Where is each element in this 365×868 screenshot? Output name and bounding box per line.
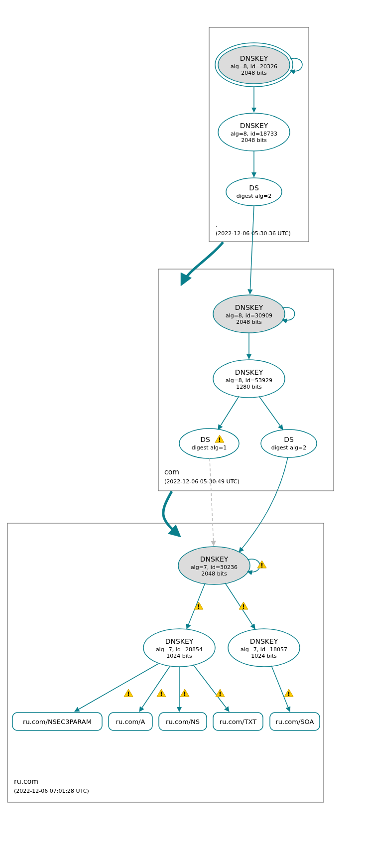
edge-ru-ksk-zsk1 xyxy=(187,583,205,629)
edge-zsk1-txt xyxy=(193,665,229,712)
svg-text:digest alg=2: digest alg=2 xyxy=(271,444,306,451)
node-ru-zsk2: DNSKEY alg=7, id=18057 1024 bits xyxy=(228,629,300,667)
svg-text:2048 bits: 2048 bits xyxy=(236,319,262,325)
zone-com-timestamp: (2022-12-06 05:30:49 UTC) xyxy=(164,478,240,485)
node-root-ksk: DNSKEY alg=8, id=20326 2048 bits xyxy=(215,43,293,87)
edge-com-ds2-ru-ksk xyxy=(239,457,288,552)
svg-text:alg=8, id=18733: alg=8, id=18733 xyxy=(231,131,277,137)
svg-text:DNSKEY: DNSKEY xyxy=(200,555,229,563)
warning-icon: ! xyxy=(180,689,189,698)
warning-icon: ! xyxy=(157,689,166,698)
rrset-a: ru.com/A xyxy=(109,713,152,730)
rrset-txt: ru.com/TXT xyxy=(213,713,263,730)
edge-root-ds-com-ksk xyxy=(250,206,254,294)
rrset-soa: ru.com/SOA xyxy=(270,713,320,730)
svg-point-26 xyxy=(261,430,317,457)
zone-com: com (2022-12-06 05:30:49 UTC) DNSKEY alg… xyxy=(158,206,334,491)
svg-text:alg=8, id=53929: alg=8, id=53929 xyxy=(226,377,272,384)
svg-text:2048 bits: 2048 bits xyxy=(201,571,227,577)
svg-text:!: ! xyxy=(218,436,221,443)
rrset-ns: ru.com/NS xyxy=(159,713,207,730)
edge-com-zsk-ds2 xyxy=(259,396,283,430)
svg-text:!: ! xyxy=(219,690,222,698)
svg-text:digest alg=1: digest alg=1 xyxy=(192,444,227,451)
node-ru-ksk: DNSKEY alg=7, id=30236 2048 bits xyxy=(178,547,250,584)
node-com-ksk: DNSKEY alg=8, id=30909 2048 bits xyxy=(213,295,285,333)
edge-zone-com-rucom xyxy=(163,491,179,536)
zone-rucom: ru.com (2022-12-06 07:01:28 UTC) DNSKEY … xyxy=(7,457,324,802)
svg-text:!: ! xyxy=(287,690,290,698)
svg-text:DNSKEY: DNSKEY xyxy=(165,637,194,645)
zone-rucom-timestamp: (2022-12-06 07:01:28 UTC) xyxy=(14,788,89,794)
svg-text:1024 bits: 1024 bits xyxy=(251,653,277,659)
svg-text:!: ! xyxy=(260,562,263,569)
svg-text:2048 bits: 2048 bits xyxy=(241,137,267,144)
node-com-zsk: DNSKEY alg=8, id=53929 1280 bits xyxy=(213,360,285,398)
svg-text:alg=8, id=30909: alg=8, id=30909 xyxy=(226,312,272,319)
svg-text:ru.com/SOA: ru.com/SOA xyxy=(275,718,314,725)
zone-root: . (2022-12-06 05:30:36 UTC) DNSKEY alg=8… xyxy=(209,27,309,242)
svg-text:ru.com/TXT: ru.com/TXT xyxy=(220,718,256,725)
svg-text:DNSKEY: DNSKEY xyxy=(240,122,268,130)
warning-icon: ! xyxy=(124,689,133,698)
svg-text:1280 bits: 1280 bits xyxy=(236,384,262,390)
svg-text:digest alg=2: digest alg=2 xyxy=(237,193,271,199)
svg-text:!: ! xyxy=(242,603,245,610)
edge-zsk1-a xyxy=(139,666,170,712)
warning-icon: ! xyxy=(284,689,293,698)
rrset-nsec3param: ru.com/NSEC3PARAM xyxy=(12,713,102,730)
node-com-ds2: DS digest alg=2 xyxy=(261,430,317,457)
node-root-ds: DS digest alg=2 xyxy=(226,178,282,206)
svg-text:ru.com/NS: ru.com/NS xyxy=(166,718,200,725)
svg-text:2048 bits: 2048 bits xyxy=(241,70,267,76)
svg-text:alg=7, id=28854: alg=7, id=28854 xyxy=(156,646,203,653)
node-ru-zsk1: DNSKEY alg=7, id=28854 1024 bits xyxy=(143,629,215,667)
svg-text:DS: DS xyxy=(284,435,294,443)
edge-com-zsk-ds1 xyxy=(218,396,239,430)
svg-text:DNSKEY: DNSKEY xyxy=(250,637,278,645)
svg-text:alg=7, id=30236: alg=7, id=30236 xyxy=(191,564,238,571)
svg-text:!: ! xyxy=(183,690,186,698)
svg-text:alg=7, id=18057: alg=7, id=18057 xyxy=(241,646,287,653)
edge-com-ds1-ru-ksk xyxy=(210,458,214,546)
zone-com-label: com xyxy=(164,468,179,476)
svg-text:ru.com/NSEC3PARAM: ru.com/NSEC3PARAM xyxy=(23,718,92,725)
svg-point-22 xyxy=(179,429,239,458)
svg-text:ru.com/A: ru.com/A xyxy=(116,718,145,725)
svg-text:!: ! xyxy=(160,690,163,698)
svg-text:DNSKEY: DNSKEY xyxy=(235,303,263,311)
zone-rucom-label: ru.com xyxy=(14,777,38,785)
svg-text:!: ! xyxy=(197,603,200,610)
svg-text:DNSKEY: DNSKEY xyxy=(240,54,268,62)
svg-text:DS: DS xyxy=(200,435,210,443)
zone-root-label: . xyxy=(216,220,218,228)
warning-icon: ! xyxy=(216,689,225,698)
svg-text:!: ! xyxy=(127,690,130,698)
node-root-zsk: DNSKEY alg=8, id=18733 2048 bits xyxy=(218,113,290,151)
svg-text:alg=8, id=20326: alg=8, id=20326 xyxy=(231,63,277,70)
dnssec-graph: . (2022-12-06 05:30:36 UTC) DNSKEY alg=8… xyxy=(0,0,365,868)
edge-zsk1-nsec3param xyxy=(75,664,158,712)
node-com-ds1: DS digest alg=1 ! xyxy=(179,429,239,458)
edge-zone-root-com xyxy=(182,242,223,284)
svg-text:1024 bits: 1024 bits xyxy=(166,653,192,659)
edge-zsk2-soa xyxy=(271,666,290,712)
svg-text:DS: DS xyxy=(249,184,259,192)
svg-point-10 xyxy=(226,178,282,206)
edge-ru-ksk-zsk2 xyxy=(225,583,255,629)
svg-text:DNSKEY: DNSKEY xyxy=(235,368,263,376)
